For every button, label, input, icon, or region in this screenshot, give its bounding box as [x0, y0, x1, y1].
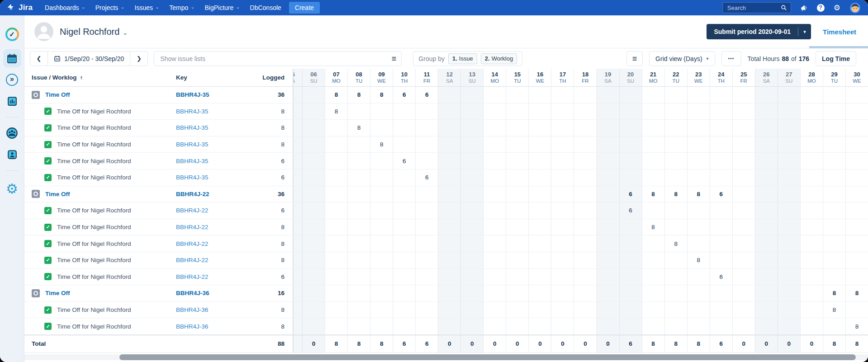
- day-cell[interactable]: [460, 302, 483, 318]
- day-cell[interactable]: [370, 318, 393, 334]
- day-cell[interactable]: [460, 219, 483, 235]
- day-cell[interactable]: [460, 235, 483, 252]
- day-cell[interactable]: [528, 269, 551, 285]
- day-cell[interactable]: [574, 153, 596, 169]
- day-cell[interactable]: 8: [687, 335, 710, 353]
- day-cell[interactable]: [778, 318, 800, 334]
- day-cell[interactable]: 8: [347, 335, 370, 353]
- day-cell[interactable]: [597, 153, 619, 169]
- day-cell[interactable]: [506, 87, 528, 103]
- day-cell[interactable]: [551, 136, 574, 153]
- day-cell[interactable]: [370, 169, 393, 186]
- sidebar-item-expand[interactable]: »: [3, 71, 21, 89]
- day-cell[interactable]: [393, 302, 415, 318]
- day-cell[interactable]: [800, 235, 823, 252]
- day-cell[interactable]: [415, 252, 438, 268]
- day-cell[interactable]: [506, 252, 528, 268]
- day-cell[interactable]: [528, 87, 551, 103]
- day-cell[interactable]: [574, 235, 596, 252]
- day-cell[interactable]: [687, 219, 710, 235]
- day-cell[interactable]: [347, 285, 370, 301]
- day-cell[interactable]: [687, 136, 710, 153]
- day-cell[interactable]: [619, 318, 642, 334]
- day-cell[interactable]: [528, 153, 551, 169]
- help-icon[interactable]: ?: [817, 4, 825, 12]
- day-cell[interactable]: [732, 87, 755, 103]
- jira-logo[interactable]: Jira: [6, 3, 33, 13]
- day-column-partial[interactable]: [293, 202, 302, 219]
- day-cell[interactable]: [415, 153, 438, 169]
- day-cell[interactable]: [800, 202, 823, 219]
- day-cell[interactable]: [483, 136, 506, 153]
- issue-key-link[interactable]: BBHR4J-36: [176, 323, 253, 330]
- day-cell[interactable]: [460, 186, 483, 202]
- day-cell[interactable]: [460, 252, 483, 268]
- day-cell[interactable]: 6: [393, 335, 415, 353]
- day-cell[interactable]: [664, 285, 687, 301]
- issue-key-link[interactable]: BBHR4J-35: [176, 91, 253, 98]
- day-cell[interactable]: [438, 302, 460, 318]
- column-issue-worklog[interactable]: Issue / Worklog: [32, 74, 77, 81]
- day-cell[interactable]: [597, 120, 619, 136]
- day-cell[interactable]: [823, 186, 845, 202]
- megaphone-icon[interactable]: [800, 4, 808, 12]
- day-cell[interactable]: 6: [415, 335, 438, 353]
- day-cell[interactable]: 8: [845, 318, 868, 334]
- user-switcher-chevron-icon[interactable]: ⌄: [123, 29, 128, 36]
- day-cell[interactable]: 6: [710, 335, 732, 353]
- day-cell[interactable]: [664, 219, 687, 235]
- avatar[interactable]: [849, 2, 861, 14]
- day-cell[interactable]: [325, 219, 347, 235]
- day-column-partial[interactable]: [293, 235, 302, 252]
- day-cell[interactable]: [347, 103, 370, 120]
- day-cell[interactable]: [664, 136, 687, 153]
- day-cell[interactable]: [800, 169, 823, 186]
- day-cell[interactable]: [460, 318, 483, 334]
- day-cell[interactable]: [778, 202, 800, 219]
- day-cell[interactable]: [528, 302, 551, 318]
- day-cell[interactable]: [370, 285, 393, 301]
- day-cell[interactable]: [710, 219, 732, 235]
- day-cell[interactable]: [845, 302, 868, 318]
- gear-icon[interactable]: ⚙: [834, 4, 840, 12]
- day-cell[interactable]: [823, 120, 845, 136]
- day-cell[interactable]: [778, 186, 800, 202]
- day-cell[interactable]: [438, 269, 460, 285]
- day-cell[interactable]: [845, 136, 868, 153]
- day-cell[interactable]: [506, 235, 528, 252]
- day-cell[interactable]: [528, 202, 551, 219]
- day-cell[interactable]: [664, 202, 687, 219]
- group-chip-issue[interactable]: 1.Issue: [448, 53, 477, 64]
- day-cell[interactable]: [528, 186, 551, 202]
- day-cell[interactable]: [687, 103, 710, 120]
- day-cell[interactable]: [778, 87, 800, 103]
- day-cell[interactable]: 0: [597, 335, 619, 353]
- day-cell[interactable]: [483, 285, 506, 301]
- day-cell[interactable]: [370, 302, 393, 318]
- issue-key-link[interactable]: BBHR4J-36: [176, 290, 253, 296]
- day-cell[interactable]: [642, 136, 664, 153]
- day-cell[interactable]: [506, 318, 528, 334]
- day-cell[interactable]: [597, 219, 619, 235]
- tempo-logo[interactable]: ✓: [3, 25, 21, 43]
- day-cell[interactable]: [347, 219, 370, 235]
- day-cell[interactable]: [755, 252, 778, 268]
- day-cell[interactable]: [506, 136, 528, 153]
- day-cell[interactable]: [460, 87, 483, 103]
- day-column-partial[interactable]: [293, 87, 302, 103]
- day-cell[interactable]: [370, 269, 393, 285]
- day-cell[interactable]: [664, 87, 687, 103]
- submit-period-button[interactable]: Submit period 2020-09-01 ▾: [707, 24, 811, 39]
- day-cell[interactable]: 6: [415, 87, 438, 103]
- day-cell[interactable]: [800, 318, 823, 334]
- day-cell[interactable]: [506, 186, 528, 202]
- day-cell[interactable]: 0: [755, 335, 778, 353]
- day-cell[interactable]: [755, 269, 778, 285]
- day-cell[interactable]: [506, 202, 528, 219]
- day-cell[interactable]: [325, 318, 347, 334]
- day-cell[interactable]: [302, 186, 325, 202]
- day-cell[interactable]: [483, 87, 506, 103]
- day-cell[interactable]: [710, 153, 732, 169]
- day-cell[interactable]: [325, 202, 347, 219]
- day-cell[interactable]: 6: [393, 87, 415, 103]
